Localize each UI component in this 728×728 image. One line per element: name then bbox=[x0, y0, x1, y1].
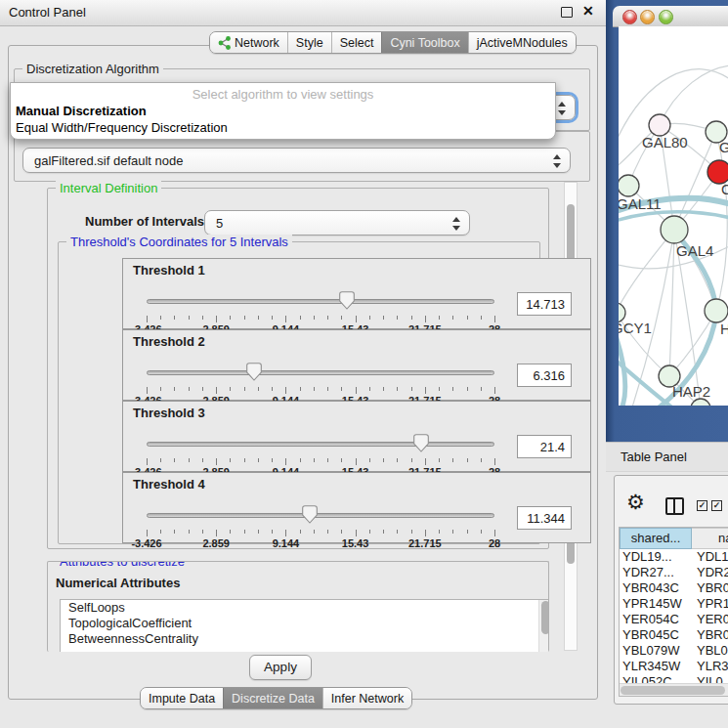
tick-mark bbox=[244, 458, 245, 462]
threshold-slider[interactable]: -3.4262.8599.14415.4321.71528 bbox=[147, 437, 494, 470]
numerical-attributes-list[interactable]: SelfLoopsTopologicalCoefficientBetweenne… bbox=[60, 599, 549, 652]
network-edge[interactable] bbox=[660, 65, 728, 125]
close-panel-icon[interactable]: ✕ bbox=[582, 3, 594, 19]
threshold-value-field[interactable]: 14.713 bbox=[517, 292, 572, 316]
slider-thumb[interactable] bbox=[339, 291, 355, 310]
network-node-bottom-node[interactable] bbox=[691, 399, 710, 406]
tick-mark bbox=[272, 316, 273, 320]
dropdown-option-equal-width-frequency[interactable]: Equal Width/Frequency Discretization bbox=[11, 119, 555, 136]
scrollbar-thumb[interactable] bbox=[621, 686, 725, 695]
table-row[interactable]: YPR145WYPR1 bbox=[620, 596, 728, 612]
cell-shared-name[interactable]: YBL079W bbox=[620, 643, 692, 659]
cell-shared-name[interactable]: YDL19... bbox=[620, 549, 692, 565]
cell-name[interactable]: YPR1 bbox=[692, 596, 728, 612]
tick-mark bbox=[369, 530, 370, 534]
threshold-slider[interactable]: -3.4262.8599.14415.4321.71528 bbox=[147, 508, 494, 541]
cell-shared-name[interactable]: YPR145W bbox=[620, 596, 692, 612]
tick-mark bbox=[189, 387, 190, 391]
column-layout-icon[interactable] bbox=[665, 497, 684, 515]
table-row[interactable]: YLR345WYLR3 bbox=[620, 659, 728, 674]
threshold-label: Threshold 2 bbox=[133, 334, 205, 349]
tab-cyni-toolbox[interactable]: Cyni Toolbox bbox=[381, 32, 467, 53]
list-scrollbar[interactable] bbox=[538, 600, 549, 652]
table-row[interactable]: YBR043CYBR0 bbox=[620, 580, 728, 596]
slider-track[interactable] bbox=[147, 513, 494, 518]
float-window-icon[interactable] bbox=[561, 7, 573, 18]
tab-style[interactable]: Style bbox=[287, 32, 331, 53]
cell-name[interactable]: YBR0 bbox=[692, 580, 728, 596]
cell-shared-name[interactable]: YBR043C bbox=[620, 580, 692, 596]
network-node-gal11[interactable] bbox=[619, 175, 639, 196]
table-row[interactable]: YBL079WYBL0 bbox=[620, 643, 728, 659]
table-row[interactable]: YDL19...YDL1 bbox=[620, 549, 728, 565]
tick-mark bbox=[425, 316, 426, 322]
checkbox-icon[interactable]: ✓ bbox=[711, 500, 722, 511]
threshold-panel: Threshold 3 -3.4262.8599.14415.4321.7152… bbox=[122, 401, 591, 472]
tab-jactivemnodules[interactable]: jActiveMNodules bbox=[468, 32, 576, 53]
threshold-value-field[interactable]: 11.344 bbox=[517, 506, 572, 530]
tab-discretize-data[interactable]: Discretize Data bbox=[223, 688, 322, 708]
node-table[interactable]: shared... na YDL19...YDL1YDR27...YDR2YBR… bbox=[619, 527, 728, 697]
threshold-value-field[interactable]: 6.316 bbox=[517, 364, 572, 387]
dropdown-option-manual-discretization[interactable]: Manual Discretization bbox=[11, 103, 555, 119]
cell-name[interactable]: YBL0 bbox=[692, 643, 728, 659]
cell-shared-name[interactable]: YDR27... bbox=[620, 565, 692, 580]
table-data-combobox[interactable]: galFiltered.sif default node bbox=[22, 148, 571, 173]
cell-name[interactable]: YLR3 bbox=[692, 659, 728, 674]
network-edge[interactable] bbox=[716, 132, 727, 311]
cell-name[interactable]: YBR0 bbox=[692, 627, 728, 643]
cell-name[interactable]: YDL1 bbox=[692, 549, 728, 565]
table-header-row: shared... na bbox=[620, 528, 728, 549]
table-horizontal-scrollbar[interactable] bbox=[620, 683, 728, 697]
table-row[interactable]: YER054CYER0 bbox=[620, 612, 728, 627]
cell-name[interactable]: YER0 bbox=[692, 612, 728, 627]
tick-mark bbox=[356, 458, 357, 465]
tick-mark bbox=[272, 458, 273, 462]
slider-track[interactable] bbox=[147, 442, 494, 447]
attribute-list-item[interactable]: TopologicalCoefficient bbox=[61, 616, 549, 631]
cell-shared-name[interactable]: YBR045C bbox=[620, 627, 692, 643]
network-edge[interactable] bbox=[619, 230, 674, 313]
tick-mark bbox=[314, 458, 315, 462]
cell-name[interactable]: YDR2 bbox=[692, 565, 728, 580]
checkbox-icon[interactable]: ✓ bbox=[697, 500, 707, 511]
threshold-slider[interactable]: -3.4262.8599.14415.4321.71528 bbox=[147, 365, 494, 399]
network-node-h-node[interactable] bbox=[705, 299, 728, 322]
minimize-light[interactable] bbox=[640, 10, 655, 24]
slider-thumb[interactable] bbox=[246, 363, 262, 381]
tick-mark bbox=[383, 458, 384, 462]
tab-select[interactable]: Select bbox=[331, 32, 382, 53]
tick-mark bbox=[425, 458, 426, 465]
scrollbar-thumb[interactable] bbox=[541, 601, 549, 634]
slider-thumb[interactable] bbox=[413, 434, 429, 452]
tab-infer-network[interactable]: Infer Network bbox=[322, 688, 411, 708]
network-node-gal80[interactable] bbox=[649, 114, 670, 136]
number-of-intervals-combobox[interactable]: 5 bbox=[204, 210, 470, 236]
column-header-shared-name[interactable]: shared... bbox=[620, 528, 692, 549]
tab-impute-data[interactable]: Impute Data bbox=[141, 688, 223, 708]
apply-button[interactable]: Apply bbox=[249, 655, 312, 680]
cell-shared-name[interactable]: YER054C bbox=[620, 612, 692, 627]
slider-track[interactable] bbox=[147, 370, 494, 375]
threshold-slider[interactable]: -3.4262.8599.14415.4321.71528 bbox=[147, 294, 494, 327]
table-row[interactable]: YDR27...YDR2 bbox=[620, 565, 728, 580]
network-view-canvas[interactable]: GAL80GACGAL11GAL4GCY1HHAP2 bbox=[619, 26, 728, 406]
network-window-titlebar[interactable] bbox=[613, 6, 728, 27]
cell-shared-name[interactable]: YLR345W bbox=[620, 659, 692, 674]
tick-mark bbox=[341, 387, 342, 391]
attribute-list-item[interactable]: SelfLoops bbox=[61, 600, 549, 616]
tick-mark bbox=[327, 316, 328, 320]
column-header-name[interactable]: na bbox=[692, 528, 728, 549]
tick-mark bbox=[230, 316, 231, 320]
tab-network[interactable]: Network bbox=[210, 32, 287, 53]
zoom-light[interactable] bbox=[659, 10, 673, 24]
slider-thumb[interactable] bbox=[302, 505, 318, 524]
close-light[interactable] bbox=[622, 10, 637, 24]
discretization-algorithm-group-title: Discretization Algorithm bbox=[22, 62, 163, 76]
table-row[interactable]: YBR045CYBR0 bbox=[620, 627, 728, 643]
slider-track[interactable] bbox=[147, 299, 494, 304]
threshold-value-field[interactable]: 21.4 bbox=[517, 435, 572, 458]
network-node-gal4[interactable] bbox=[661, 216, 688, 243]
gear-icon[interactable]: ⚙ bbox=[626, 492, 645, 512]
attribute-list-item[interactable]: BetweennessCentrality bbox=[61, 631, 549, 647]
